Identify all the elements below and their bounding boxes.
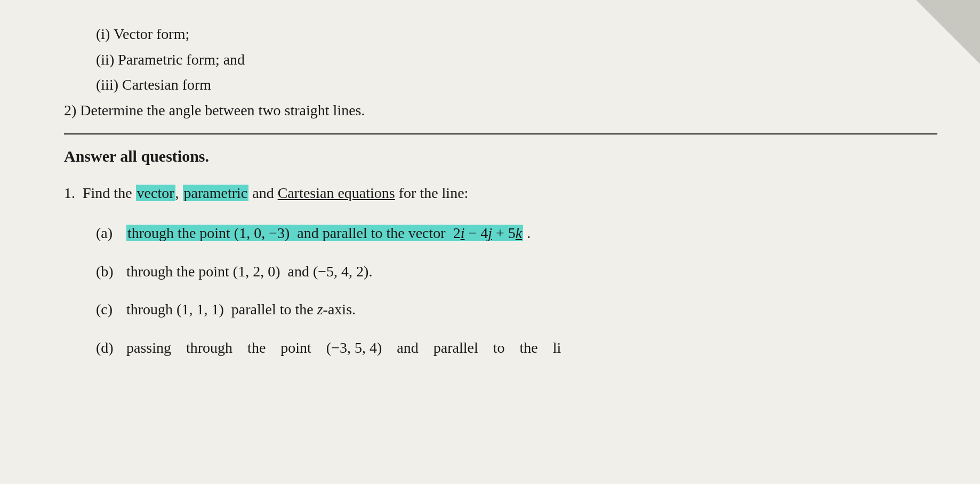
sub-c-text: through (1, 1, 1) parallel to the z-axis…	[126, 301, 356, 318]
sub-question-d: (d) passing through the point (−3, 5, 4)…	[96, 335, 937, 361]
preamble-section: (i) Vector form; (ii) Parametric form; a…	[64, 21, 937, 123]
sub-question-a: (a) through the point (1, 0, −3) and par…	[96, 220, 937, 246]
preamble-item-i: (i) Vector form;	[96, 21, 937, 47]
label-a: (a)	[96, 220, 123, 246]
q1-number: 1. Find the	[64, 185, 136, 201]
q1-for-line: for the line:	[395, 185, 469, 201]
sub-a-highlight: through the point (1, 0, −3) and paralle…	[126, 225, 523, 241]
preamble-item-iii: (iii) Cartesian form	[96, 72, 937, 98]
sub-question-b: (b) through the point (1, 2, 0) and (−5,…	[96, 259, 937, 284]
answer-header: Answer all questions.	[64, 147, 937, 165]
q1-and: and	[248, 185, 277, 201]
q1-parametric-highlight: parametric	[183, 185, 249, 201]
preamble-item-ii: (ii) Parametric form; and	[96, 47, 937, 73]
question-2: 2) Determine the angle between two strai…	[64, 98, 937, 123]
sub-b-text: through the point (1, 2, 0) and (−5, 4, …	[126, 263, 372, 280]
sub-d-text: passing through the point (−3, 5, 4) and…	[126, 339, 561, 356]
sub-a-period: .	[523, 225, 531, 241]
q1-comma: ,	[175, 185, 183, 201]
page: (i) Vector form; (ii) Parametric form; a…	[0, 0, 980, 484]
label-d: (d)	[96, 335, 123, 361]
label-b: (b)	[96, 259, 123, 284]
question-1-text: 1. Find the vector, parametric and Carte…	[64, 181, 937, 205]
section-divider	[64, 133, 937, 134]
q1-vector-highlight: vector	[136, 185, 175, 201]
label-c: (c)	[96, 297, 123, 322]
sub-question-c: (c) through (1, 1, 1) parallel to the z-…	[96, 297, 937, 322]
q1-cartesian-underline: Cartesian equations	[278, 185, 395, 201]
